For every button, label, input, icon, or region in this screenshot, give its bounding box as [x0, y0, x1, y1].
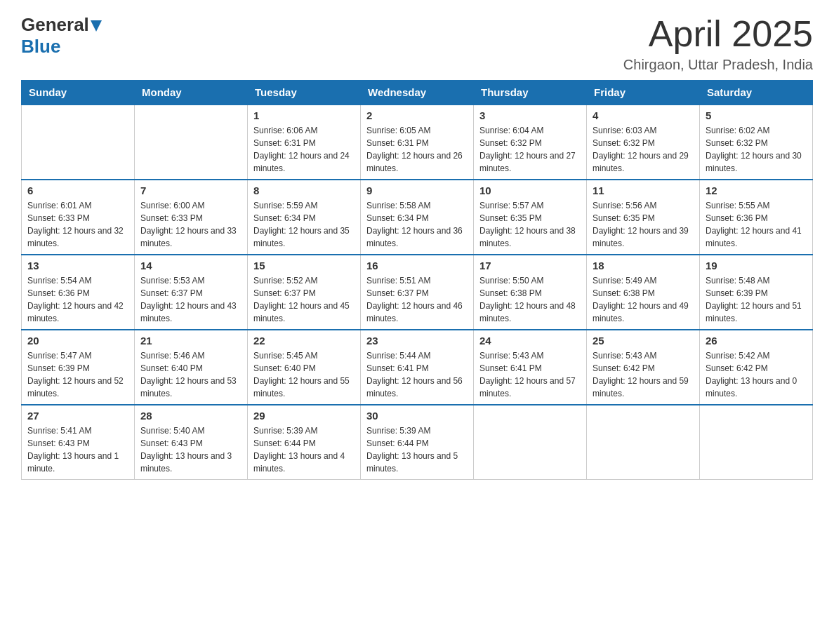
header-monday: Monday — [135, 81, 248, 105]
sunrise-text: Sunrise: 5:54 AM — [27, 276, 91, 286]
day-info: Sunrise: 5:41 AMSunset: 6:43 PMDaylight:… — [27, 424, 128, 475]
sunrise-text: Sunrise: 5:43 AM — [593, 351, 656, 361]
sunrise-text: Sunrise: 5:45 AM — [253, 351, 317, 361]
day-cell: 25Sunrise: 5:43 AMSunset: 6:42 PMDayligh… — [587, 330, 700, 405]
sunset-text: Sunset: 6:32 PM — [706, 138, 768, 148]
day-cell: 20Sunrise: 5:47 AMSunset: 6:39 PMDayligh… — [22, 330, 135, 405]
sunrise-text: Sunrise: 6:03 AM — [593, 126, 656, 135]
day-info: Sunrise: 5:59 AMSunset: 6:34 PMDaylight:… — [253, 199, 355, 250]
day-info: Sunrise: 5:55 AMSunset: 6:36 PMDaylight:… — [706, 199, 807, 250]
daylight-text: Daylight: 13 hours and 0 minutes. — [706, 376, 797, 398]
day-info: Sunrise: 5:46 AMSunset: 6:40 PMDaylight:… — [140, 349, 241, 400]
sunrise-text: Sunrise: 6:05 AM — [366, 126, 430, 135]
day-info: Sunrise: 5:52 AMSunset: 6:37 PMDaylight:… — [253, 274, 355, 325]
day-cell: 4Sunrise: 6:03 AMSunset: 6:32 PMDaylight… — [587, 105, 700, 180]
sunrise-text: Sunrise: 5:59 AM — [253, 201, 317, 210]
daylight-text: Daylight: 12 hours and 53 minutes. — [140, 376, 237, 398]
day-number: 24 — [479, 335, 581, 347]
day-number: 5 — [706, 109, 807, 121]
sunrise-text: Sunrise: 5:58 AM — [366, 201, 430, 210]
day-number: 4 — [593, 109, 694, 121]
day-info: Sunrise: 5:57 AMSunset: 6:35 PMDaylight:… — [479, 199, 581, 250]
sunset-text: Sunset: 6:38 PM — [479, 288, 542, 298]
week-row-2: 6Sunrise: 6:01 AMSunset: 6:33 PMDaylight… — [22, 180, 813, 255]
day-info: Sunrise: 5:50 AMSunset: 6:38 PMDaylight:… — [479, 274, 581, 325]
sunset-text: Sunset: 6:35 PM — [593, 213, 655, 223]
sunrise-text: Sunrise: 5:53 AM — [140, 276, 204, 286]
sunrise-text: Sunrise: 5:48 AM — [706, 276, 769, 286]
sunset-text: Sunset: 6:33 PM — [140, 213, 203, 223]
day-number: 1 — [253, 109, 355, 121]
day-info: Sunrise: 6:01 AMSunset: 6:33 PMDaylight:… — [27, 199, 128, 250]
sunset-text: Sunset: 6:41 PM — [366, 363, 429, 373]
day-number: 30 — [366, 410, 468, 422]
logo-triangle-icon — [91, 20, 102, 32]
sunrise-text: Sunrise: 5:39 AM — [253, 426, 317, 436]
sunset-text: Sunset: 6:34 PM — [253, 213, 316, 223]
day-cell: 9Sunrise: 5:58 AMSunset: 6:34 PMDaylight… — [361, 180, 474, 255]
sunrise-text: Sunrise: 5:47 AM — [27, 351, 91, 361]
day-number: 6 — [27, 185, 128, 196]
sunrise-text: Sunrise: 5:52 AM — [253, 276, 317, 286]
day-info: Sunrise: 5:40 AMSunset: 6:43 PMDaylight:… — [140, 424, 241, 475]
daylight-text: Daylight: 12 hours and 49 minutes. — [593, 301, 689, 323]
daylight-text: Daylight: 13 hours and 1 minute. — [27, 451, 119, 474]
day-number: 11 — [593, 185, 694, 196]
day-cell: 21Sunrise: 5:46 AMSunset: 6:40 PMDayligh… — [135, 330, 248, 405]
day-info: Sunrise: 5:44 AMSunset: 6:41 PMDaylight:… — [366, 349, 468, 400]
day-info: Sunrise: 5:42 AMSunset: 6:42 PMDaylight:… — [706, 349, 807, 400]
day-cell — [587, 405, 700, 480]
day-number: 10 — [479, 185, 581, 196]
sunrise-text: Sunrise: 5:40 AM — [140, 426, 204, 436]
header-wednesday: Wednesday — [361, 81, 474, 105]
day-cell: 15Sunrise: 5:52 AMSunset: 6:37 PMDayligh… — [248, 255, 361, 330]
day-number: 12 — [706, 185, 807, 196]
day-cell: 19Sunrise: 5:48 AMSunset: 6:39 PMDayligh… — [700, 255, 813, 330]
day-info: Sunrise: 6:03 AMSunset: 6:32 PMDaylight:… — [593, 124, 694, 175]
day-info: Sunrise: 5:49 AMSunset: 6:38 PMDaylight:… — [593, 274, 694, 325]
sunset-text: Sunset: 6:36 PM — [27, 288, 90, 298]
day-info: Sunrise: 5:43 AMSunset: 6:42 PMDaylight:… — [593, 349, 694, 400]
sunrise-text: Sunrise: 5:43 AM — [479, 351, 543, 361]
day-info: Sunrise: 5:54 AMSunset: 6:36 PMDaylight:… — [27, 274, 128, 325]
day-info: Sunrise: 5:47 AMSunset: 6:39 PMDaylight:… — [27, 349, 128, 400]
sunrise-text: Sunrise: 5:57 AM — [479, 201, 543, 210]
day-number: 16 — [366, 260, 468, 271]
week-row-5: 27Sunrise: 5:41 AMSunset: 6:43 PMDayligh… — [22, 405, 813, 480]
header-row: SundayMondayTuesdayWednesdayThursdayFrid… — [22, 81, 813, 105]
sunrise-text: Sunrise: 5:55 AM — [706, 201, 769, 210]
sunrise-text: Sunrise: 6:06 AM — [253, 126, 317, 135]
sunset-text: Sunset: 6:43 PM — [140, 438, 203, 448]
sunrise-text: Sunrise: 5:41 AM — [27, 426, 91, 436]
calendar-header: SundayMondayTuesdayWednesdayThursdayFrid… — [22, 81, 813, 105]
day-info: Sunrise: 6:06 AMSunset: 6:31 PMDaylight:… — [253, 124, 355, 175]
day-info: Sunrise: 6:04 AMSunset: 6:32 PMDaylight:… — [479, 124, 581, 175]
daylight-text: Daylight: 12 hours and 52 minutes. — [27, 376, 124, 398]
sunrise-text: Sunrise: 6:04 AM — [479, 126, 543, 135]
sunset-text: Sunset: 6:39 PM — [706, 288, 768, 298]
header-thursday: Thursday — [474, 81, 587, 105]
daylight-text: Daylight: 12 hours and 48 minutes. — [479, 301, 576, 323]
sunset-text: Sunset: 6:40 PM — [253, 363, 316, 373]
sunset-text: Sunset: 6:42 PM — [706, 363, 768, 373]
sunrise-text: Sunrise: 5:50 AM — [479, 276, 543, 286]
sunrise-text: Sunrise: 6:00 AM — [140, 201, 204, 210]
logo-general-text: General — [21, 14, 89, 36]
sunset-text: Sunset: 6:39 PM — [27, 363, 90, 373]
daylight-text: Daylight: 12 hours and 38 minutes. — [479, 226, 576, 248]
day-number: 23 — [366, 335, 468, 347]
daylight-text: Daylight: 13 hours and 3 minutes. — [140, 451, 232, 474]
day-cell: 22Sunrise: 5:45 AMSunset: 6:40 PMDayligh… — [248, 330, 361, 405]
day-cell: 28Sunrise: 5:40 AMSunset: 6:43 PMDayligh… — [135, 405, 248, 480]
sunrise-text: Sunrise: 6:02 AM — [706, 126, 769, 135]
header-tuesday: Tuesday — [248, 81, 361, 105]
day-cell — [700, 405, 813, 480]
daylight-text: Daylight: 13 hours and 5 minutes. — [366, 451, 458, 474]
calendar-subtitle: Chirgaon, Uttar Pradesh, India — [623, 57, 813, 73]
daylight-text: Daylight: 12 hours and 33 minutes. — [140, 226, 237, 248]
logo-blue-row: Blue — [21, 36, 102, 58]
day-cell: 11Sunrise: 5:56 AMSunset: 6:35 PMDayligh… — [587, 180, 700, 255]
day-cell: 26Sunrise: 5:42 AMSunset: 6:42 PMDayligh… — [700, 330, 813, 405]
day-cell: 3Sunrise: 6:04 AMSunset: 6:32 PMDaylight… — [474, 105, 587, 180]
week-row-1: 1Sunrise: 6:06 AMSunset: 6:31 PMDaylight… — [22, 105, 813, 180]
